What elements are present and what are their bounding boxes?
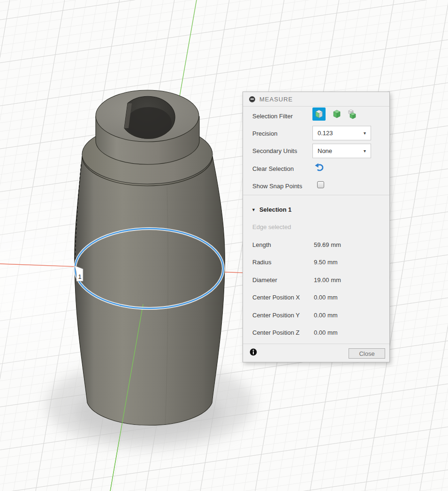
model-body[interactable] [75, 90, 225, 425]
selection-filter-label: Selection Filter [252, 113, 293, 120]
undo-icon[interactable] [314, 162, 325, 173]
component-filter-icon [346, 108, 357, 120]
precision-select[interactable]: 0.123 ▾ [312, 126, 371, 140]
dialog-title: MEASURE [259, 96, 293, 103]
chevron-down-icon: ▾ [364, 130, 366, 136]
barrel-surface[interactable] [75, 156, 225, 425]
clear-selection-label: Clear Selection [252, 165, 294, 172]
measure-row-label: Radius [252, 259, 271, 266]
footer-divider [243, 344, 389, 344]
dialog-header: MEASURE [243, 92, 389, 107]
measure-dialog: MEASURE Selection Filter Precision 0.123… [243, 92, 390, 362]
measure-row-value: 0.00 mm [314, 312, 338, 319]
measure-row-label: Diameter [252, 276, 277, 284]
secondary-units-value: None [318, 147, 332, 154]
measure-row-label: Length [252, 241, 271, 248]
precision-value: 0.123 [318, 130, 333, 137]
measure-row-value: 59.69 mm [314, 241, 341, 248]
measure-row-value: 19.00 mm [314, 276, 341, 284]
show-snap-points-checkbox[interactable] [317, 181, 324, 188]
triangle-down-icon: ▼ [251, 207, 256, 212]
measure-row-value: 0.00 mm [314, 329, 338, 336]
chevron-down-icon: ▾ [364, 148, 366, 153]
section-divider [243, 195, 389, 195]
info-icon[interactable] [250, 348, 257, 356]
selection-1-header[interactable]: ▼ Selection 1 [251, 206, 292, 213]
measure-row-value: 0.00 mm [314, 294, 338, 301]
show-snap-points-label: Show Snap Points [252, 183, 302, 190]
selection-1-title: Selection 1 [259, 206, 292, 213]
component-filter-button[interactable] [345, 107, 358, 121]
selection-tag-label: 1 [78, 273, 81, 280]
secondary-units-label: Secondary Units [252, 147, 297, 154]
body-filter-button[interactable] [330, 107, 343, 121]
measure-row-label: Center Position Y [252, 312, 300, 319]
close-button[interactable]: Close [349, 348, 385, 359]
selection-status: Edge selected [252, 223, 291, 230]
body-filter-icon [332, 109, 342, 119]
face-body-filter-button[interactable] [312, 107, 326, 121]
collapse-icon[interactable] [249, 96, 255, 102]
measure-row-label: Center Position X [252, 294, 300, 301]
secondary-units-select[interactable]: None ▾ [312, 144, 371, 158]
precision-label: Precision [252, 130, 277, 137]
measure-row-label: Center Position Z [252, 329, 299, 336]
measure-row-value: 9.50 mm [314, 259, 338, 266]
face-body-filter-icon [314, 109, 324, 119]
